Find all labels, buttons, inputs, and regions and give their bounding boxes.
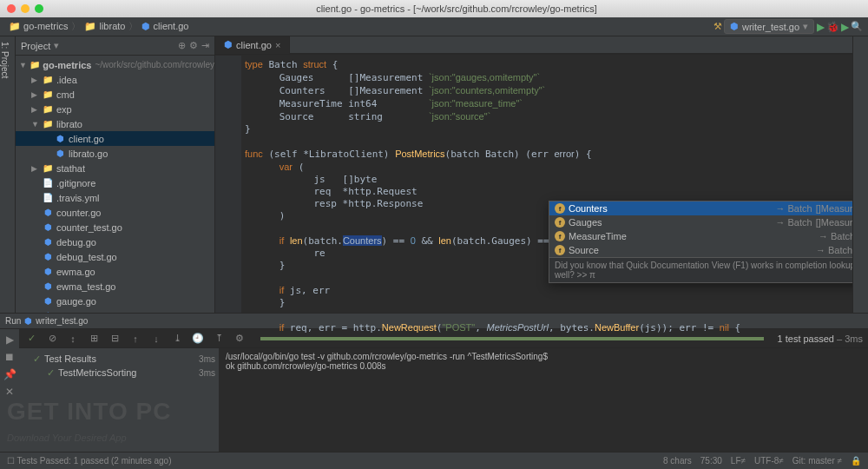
status-bar: ☐ Tests Passed: 1 passed (2 minutes ago)… (0, 452, 868, 469)
project-tree[interactable]: ▼📁go-metrics~/work/src/github.com/rcrowl… (16, 56, 214, 313)
completion-item[interactable]: fGauges→ Batch[]Measurement (549, 215, 868, 229)
project-panel: Project ▾ ⊕ ⚙ ⇥ ▼📁go-metrics~/work/src/g… (16, 36, 215, 313)
editor-tabs: ⬢client.go × (215, 36, 868, 54)
breadcrumb-file[interactable]: ⬢ client.go (138, 21, 192, 32)
run-config-selector[interactable]: ⬢writer_test.go ▾ (724, 19, 814, 34)
debug-button[interactable]: 🐞 (826, 21, 838, 33)
tree-item[interactable]: 📄.gitignore (16, 175, 214, 190)
tree-item[interactable]: ▶📁.idea (16, 72, 214, 87)
window-titlebar: client.go - go-metrics - [~/work/src/git… (0, 0, 868, 17)
run-gutter-toolbar: ▶ ⏹ 📌 ✕ (0, 329, 19, 452)
status-position[interactable]: 75:30 (700, 456, 722, 466)
next-icon[interactable]: ↓ (149, 332, 163, 346)
breadcrumb-folder[interactable]: 📁 librato (81, 21, 128, 32)
export-icon[interactable]: ⤓ (170, 332, 184, 346)
completion-hint: Did you know that Quick Documentation Vi… (549, 257, 868, 282)
sort-icon[interactable]: ↕ (66, 332, 80, 346)
completion-item[interactable]: fCounters→ Batch[]Measurement (549, 201, 868, 215)
editor-area: ⬢client.go × type Batch struct { Gauges … (215, 36, 868, 313)
tree-item[interactable]: ▼📁librato (16, 116, 214, 131)
completion-item[interactable]: fSource→ Batchstring (549, 243, 868, 257)
tree-item[interactable]: ⬢debug.go (16, 234, 214, 249)
close-run-button[interactable]: ✕ (3, 385, 16, 399)
tree-item[interactable]: ⬢client.go (16, 131, 214, 146)
status-encoding[interactable]: UTF-8≠ (754, 456, 784, 466)
code-completion-popup[interactable]: fCounters→ Batch[]MeasurementfGauges→ Ba… (549, 201, 868, 283)
settings-icon[interactable]: ⚙ (189, 40, 198, 51)
tree-item[interactable]: ⬢gauge_float64.go (16, 308, 214, 313)
tree-root[interactable]: ▼📁go-metrics~/work/src/github.com/rcrowl… (16, 57, 214, 72)
tree-item[interactable]: ▶📁exp (16, 102, 214, 116)
tree-item[interactable]: ⬢ewma_test.go (16, 279, 214, 294)
run-config-label: writer_test.go (36, 316, 88, 326)
tree-item[interactable]: ⬢ewma.go (16, 264, 214, 279)
show-ignored-icon[interactable]: ⊘ (45, 332, 59, 346)
status-message: ☐ Tests Passed: 1 passed (2 minutes ago) (7, 456, 171, 466)
run-tab-label[interactable]: Run (5, 316, 21, 326)
editor-tab[interactable]: ⬢client.go × (215, 36, 290, 54)
hide-icon[interactable]: ⇥ (201, 40, 209, 51)
collapse-icon[interactable]: ⊟ (108, 332, 122, 346)
run-button[interactable]: ▶ (814, 21, 826, 33)
expand-icon[interactable]: ⊞ (87, 332, 101, 346)
history-icon[interactable]: 🕘 (191, 332, 205, 346)
rerun-button[interactable]: ▶ (3, 333, 16, 347)
collapse-icon[interactable]: ⊕ (178, 40, 186, 51)
tree-item[interactable]: 📄.travis.yml (16, 190, 214, 205)
tree-item[interactable]: ⬢counter.go (16, 205, 214, 220)
pin-button[interactable]: 📌 (3, 367, 16, 381)
test-results-root[interactable]: ✓Test Results3ms (23, 352, 215, 366)
maximize-button[interactable] (35, 4, 43, 13)
completion-item[interactable]: fMeasureTime→ Batchint64 (549, 229, 868, 243)
status-line-sep[interactable]: LF≠ (731, 456, 746, 466)
test-output[interactable]: /usr/local/go/bin/go test -v github.com/… (219, 348, 868, 452)
code-editor[interactable]: type Batch struct { Gauges []Measurement… (215, 55, 868, 338)
build-icon[interactable]: ⚒ (712, 21, 724, 33)
test-item[interactable]: ✓TestMetricsSorting3ms (23, 366, 215, 380)
traffic-lights (7, 4, 43, 13)
navigation-bar: 📁 go-metrics 〉 📁 librato 〉 ⬢ client.go ⚒… (0, 17, 868, 36)
show-passed-icon[interactable]: ✓ (24, 332, 38, 346)
tree-item[interactable]: ▶📁stathat (16, 161, 214, 175)
search-icon[interactable]: 🔍 (851, 21, 863, 33)
tree-item[interactable]: ⬢gauge.go (16, 294, 214, 308)
close-button[interactable] (7, 4, 16, 13)
tree-item[interactable]: ▶📁cmd (16, 87, 214, 102)
breadcrumb-root[interactable]: 📁 go-metrics (5, 21, 71, 32)
tree-item[interactable]: ⬢counter_test.go (16, 220, 214, 234)
tree-item[interactable]: ⬢librato.go (16, 146, 214, 161)
prev-icon[interactable]: ↑ (128, 332, 142, 346)
window-title: client.go - go-metrics - [~/work/src/git… (52, 3, 861, 14)
right-tool-tabs[interactable] (852, 36, 868, 313)
project-tool-tab[interactable]: 1: Project (0, 36, 16, 313)
tree-item[interactable]: ⬢debug_test.go (16, 249, 214, 264)
status-chars: 8 chars (663, 456, 692, 466)
run-coverage-button[interactable]: ▶ (838, 21, 851, 33)
lock-icon[interactable]: 🔒 (851, 456, 861, 466)
stop-button[interactable]: ⏹ (3, 350, 16, 364)
test-tree[interactable]: ✓Test Results3ms ✓TestMetricsSorting3ms (19, 348, 219, 452)
minimize-button[interactable] (21, 4, 30, 13)
project-header-label: Project (21, 41, 50, 51)
status-git[interactable]: Git: master ≠ (792, 456, 842, 466)
